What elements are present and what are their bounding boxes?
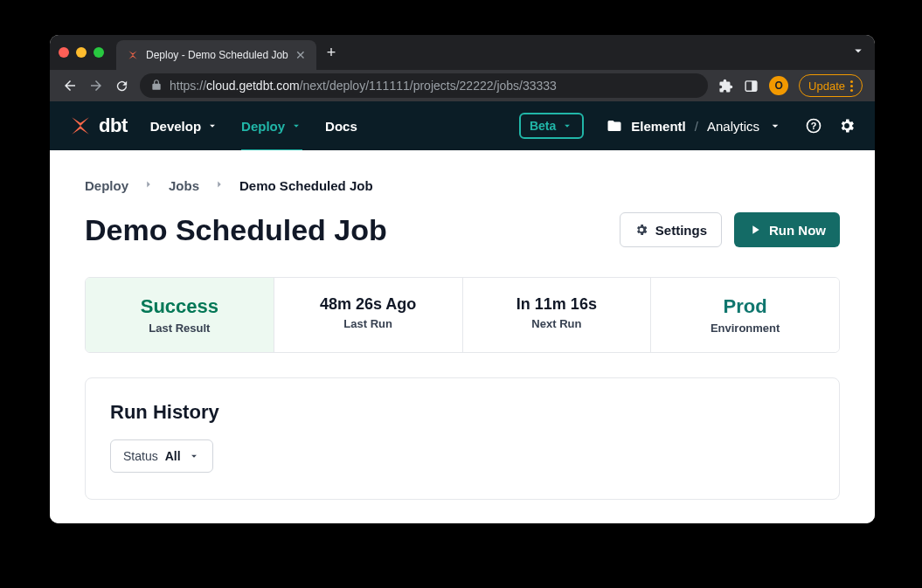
- status-filter[interactable]: Status All: [110, 439, 213, 473]
- stat-environment[interactable]: Prod Environment: [651, 278, 839, 352]
- tab-title: Deploy - Demo Scheduled Job: [146, 49, 288, 61]
- close-tab-icon[interactable]: ✕: [295, 48, 306, 62]
- url-text: https://cloud.getdbt.com/next/deploy/111…: [170, 79, 557, 93]
- browser-address-bar: https://cloud.getdbt.com/next/deploy/111…: [50, 70, 875, 101]
- reload-button[interactable]: [114, 79, 129, 93]
- new-tab-button[interactable]: +: [327, 44, 336, 62]
- dbt-favicon-icon: [127, 49, 139, 61]
- gear-icon[interactable]: [838, 117, 856, 135]
- lock-icon: [150, 79, 163, 93]
- org-project-selector[interactable]: Elementl / Analytics: [607, 118, 782, 134]
- breadcrumb-current: Demo Scheduled Job: [239, 178, 373, 193]
- panel-icon[interactable]: [744, 79, 759, 93]
- svg-text:?: ?: [811, 121, 817, 131]
- breadcrumb: Deploy Jobs Demo Scheduled Job: [85, 150, 840, 193]
- svg-rect-1: [752, 80, 757, 90]
- profile-avatar[interactable]: O: [769, 76, 788, 95]
- gear-icon: [634, 223, 648, 237]
- project-name: Analytics: [707, 119, 759, 134]
- page-header: Demo Scheduled Job Settings Run Now: [85, 212, 840, 247]
- nav-develop[interactable]: Develop: [150, 101, 218, 150]
- org-name: Elementl: [631, 119, 686, 134]
- app-nav: dbt Develop Deploy Docs Beta Elementl / …: [50, 101, 875, 150]
- stat-last-run: 48m 26s Ago Last Run: [274, 278, 463, 352]
- chevron-right-icon: [142, 178, 155, 193]
- breadcrumb-deploy[interactable]: Deploy: [85, 178, 128, 193]
- chevron-down-icon: [290, 120, 302, 132]
- menu-dots-icon: [850, 80, 853, 92]
- stat-last-result: Success Last Result: [86, 278, 274, 352]
- window-controls: [59, 47, 104, 58]
- tabs-menu-button[interactable]: [850, 43, 866, 62]
- chevron-down-icon: [206, 120, 218, 132]
- update-button[interactable]: Update: [799, 74, 863, 97]
- chevron-down-icon: [561, 120, 573, 132]
- maximize-window-button[interactable]: [94, 47, 104, 58]
- url-box[interactable]: https://cloud.getdbt.com/next/deploy/111…: [140, 73, 708, 98]
- settings-button[interactable]: Settings: [620, 212, 722, 247]
- dbt-logo[interactable]: dbt: [69, 114, 128, 137]
- header-actions: Settings Run Now: [620, 212, 840, 247]
- nav-docs[interactable]: Docs: [325, 101, 357, 150]
- stat-row: Success Last Result 48m 26s Ago Last Run…: [85, 277, 840, 353]
- run-history-title: Run History: [110, 401, 815, 424]
- forward-button[interactable]: [88, 78, 104, 93]
- run-now-button[interactable]: Run Now: [734, 212, 840, 247]
- stat-next-run: In 11m 16s Next Run: [463, 278, 652, 352]
- breadcrumb-jobs[interactable]: Jobs: [169, 178, 199, 193]
- page-content: Deploy Jobs Demo Scheduled Job Demo Sche…: [50, 150, 875, 523]
- url-path: /next/deploy/111111/projects/22222/jobs/…: [300, 79, 557, 93]
- chevron-right-icon: [213, 178, 225, 193]
- nav-deploy[interactable]: Deploy: [241, 103, 302, 152]
- close-window-button[interactable]: [59, 47, 69, 58]
- url-prefix: https://: [170, 79, 206, 93]
- extensions-icon[interactable]: [718, 79, 733, 93]
- folder-icon: [607, 118, 622, 134]
- play-icon: [748, 223, 762, 237]
- run-history-panel: Run History Status All: [85, 377, 840, 500]
- minimize-window-button[interactable]: [76, 47, 87, 58]
- chevron-down-icon: [768, 119, 782, 133]
- beta-toggle[interactable]: Beta: [519, 113, 584, 139]
- browser-tab-bar: Deploy - Demo Scheduled Job ✕ +: [50, 35, 875, 70]
- browser-tab[interactable]: Deploy - Demo Scheduled Job ✕: [116, 40, 316, 70]
- chevron-down-icon: [188, 450, 200, 462]
- browser-window: Deploy - Demo Scheduled Job ✕ + https://…: [50, 35, 875, 523]
- url-host: cloud.getdbt.com: [206, 79, 300, 93]
- page-title: Demo Scheduled Job: [85, 213, 387, 247]
- back-button[interactable]: [62, 78, 78, 93]
- help-icon[interactable]: ?: [805, 117, 822, 135]
